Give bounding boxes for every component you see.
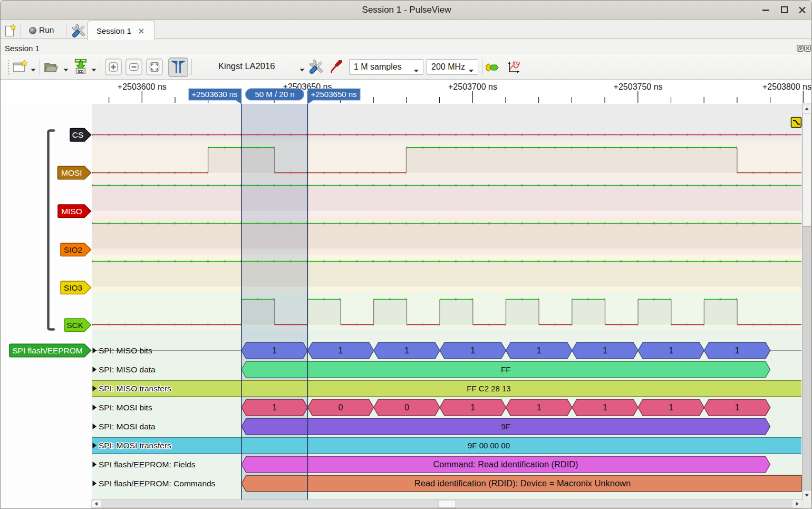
svg-text:1: 1 <box>603 346 607 355</box>
svg-text:SPI flash/EEPROM: Commands: SPI flash/EEPROM: Commands <box>99 479 216 488</box>
svg-text:9F: 9F <box>501 422 510 431</box>
svg-text:+2503750 ns: +2503750 ns <box>614 82 663 91</box>
svg-text:Read identification (RDID): De: Read identification (RDID): Device = Mac… <box>414 478 631 488</box>
svg-text:+2503630 ns: +2503630 ns <box>191 90 237 99</box>
svg-text:MOSI: MOSI <box>61 168 82 177</box>
svg-text:SPI: MOSI transfers: SPI: MOSI transfers <box>99 441 171 450</box>
svg-text:50 M / 20 n: 50 M / 20 n <box>255 90 294 99</box>
svg-text:CS: CS <box>72 130 84 139</box>
svg-text:+2503600 ns: +2503600 ns <box>118 82 167 91</box>
svg-text:1: 1 <box>603 403 607 412</box>
svg-text:SIO2: SIO2 <box>64 245 82 254</box>
svg-text:1: 1 <box>404 346 409 355</box>
svg-text:1: 1 <box>470 346 475 355</box>
svg-text:SPI: MISO transfers: SPI: MISO transfers <box>99 384 171 393</box>
svg-text:SCK: SCK <box>66 321 84 330</box>
svg-text:9F 00 00 00: 9F 00 00 00 <box>468 441 510 450</box>
svg-text:f(x): f(x) <box>513 60 520 66</box>
svg-text:0: 0 <box>404 403 409 412</box>
svg-text:1: 1 <box>272 346 277 355</box>
svg-text:1: 1 <box>669 403 673 412</box>
svg-text:1: 1 <box>470 403 475 412</box>
svg-text:FF C2 28 13: FF C2 28 13 <box>467 384 510 393</box>
svg-text:+2503700 ns: +2503700 ns <box>448 82 497 91</box>
svg-text:1: 1 <box>537 403 542 412</box>
svg-text:SPI: MISO data: SPI: MISO data <box>99 365 156 374</box>
svg-text:1: 1 <box>272 403 277 412</box>
svg-text:SPI flash/EEPROM: SPI flash/EEPROM <box>12 346 83 355</box>
svg-text:SPI: MOSI data: SPI: MOSI data <box>99 422 156 431</box>
svg-text:1: 1 <box>735 346 740 355</box>
svg-text:1: 1 <box>735 403 740 412</box>
svg-text:+2503650 ns: +2503650 ns <box>311 90 356 99</box>
svg-text:+2503800 ns: +2503800 ns <box>762 82 811 91</box>
svg-text:SPI: MISO bits: SPI: MISO bits <box>99 346 152 355</box>
svg-text:1: 1 <box>339 346 343 355</box>
svg-text:FF: FF <box>501 365 510 374</box>
svg-text:SPI: MOSI bits: SPI: MOSI bits <box>99 403 152 412</box>
svg-text:1: 1 <box>669 346 673 355</box>
svg-text:1: 1 <box>537 346 542 355</box>
svg-text:MISO: MISO <box>61 207 82 216</box>
svg-text:0: 0 <box>339 403 343 412</box>
svg-text:SIO3: SIO3 <box>64 283 82 292</box>
svg-text:SPI flash/EEPROM: Fields: SPI flash/EEPROM: Fields <box>99 460 196 469</box>
svg-text:Command: Read identification (: Command: Read identification (RDID) <box>433 459 578 469</box>
